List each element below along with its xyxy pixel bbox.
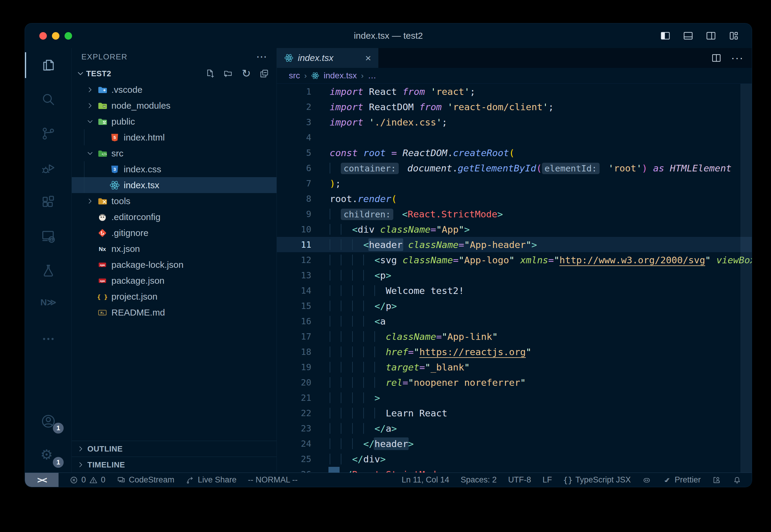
- code-line-13[interactable]: 13 <p>: [277, 268, 752, 283]
- code-line-2[interactable]: 2import ReactDOM from 'react-dom/client'…: [277, 99, 752, 114]
- refresh-icon[interactable]: ↻: [241, 68, 251, 79]
- editor-more-icon[interactable]: ···: [732, 53, 743, 63]
- tree-item--gitignore[interactable]: .gitignore: [72, 225, 277, 241]
- code-line-21[interactable]: 21 >: [277, 390, 752, 405]
- activitybar-remote-explorer[interactable]: [25, 219, 71, 253]
- tree-item-package-json[interactable]: npmpackage.json: [72, 273, 277, 289]
- activitybar-source-control[interactable]: [25, 116, 71, 151]
- activitybar-explorer[interactable]: [25, 48, 71, 82]
- toggle-panel-icon[interactable]: [682, 30, 694, 41]
- titlebar[interactable]: index.tsx — test2: [25, 23, 752, 48]
- status-copilot[interactable]: [642, 476, 651, 485]
- code-line-6[interactable]: 6 container: document.getElementById(ele…: [277, 160, 752, 176]
- close-tab-icon[interactable]: ×: [365, 53, 371, 63]
- toggle-primary-sidebar-icon[interactable]: [659, 30, 671, 41]
- code-line-15[interactable]: 15 </p>: [277, 298, 752, 313]
- code-line-8[interactable]: 8root.render(: [277, 191, 752, 206]
- tree-item-index-html[interactable]: 5index.html: [72, 129, 277, 145]
- code-line-7[interactable]: 7);: [277, 176, 752, 191]
- editor-scrollbar[interactable]: [740, 84, 752, 473]
- code-line-16[interactable]: 16 <a: [277, 313, 752, 329]
- nx-logo-icon: N≫: [41, 297, 56, 313]
- code-line-1[interactable]: 1import React from 'react';: [277, 84, 752, 99]
- tree-item-index-css[interactable]: 3index.css: [72, 161, 277, 177]
- code-line-18[interactable]: 18 href="https://reactjs.org": [277, 344, 752, 359]
- tree-item-package-lock-json[interactable]: npmpackage-lock.json: [72, 257, 277, 273]
- workspace-name: TEST2: [86, 69, 205, 78]
- tree-item-index-tsx[interactable]: index.tsx: [72, 177, 277, 193]
- activitybar-settings[interactable]: ⚙1: [25, 438, 71, 473]
- split-editor-icon[interactable]: [711, 53, 722, 63]
- tree-item--vscode[interactable]: .vscode: [72, 82, 277, 98]
- tree-item-tools[interactable]: tools: [72, 193, 277, 209]
- breadcrumb-item[interactable]: src: [289, 71, 300, 80]
- code-line-5[interactable]: 5const root = ReactDOM.createRoot(: [277, 145, 752, 160]
- activitybar-nx-console[interactable]: N≫: [25, 288, 71, 322]
- status-encoding[interactable]: UTF-8: [508, 475, 531, 485]
- code-line-9[interactable]: 9 children: <React.StrictMode>: [277, 206, 752, 222]
- tree-item-label: index.css: [124, 164, 161, 174]
- markdown-icon: M↓: [97, 307, 108, 318]
- code-line-22[interactable]: 22 Learn React: [277, 405, 752, 421]
- activitybar-extensions[interactable]: [25, 185, 71, 219]
- code-line-17[interactable]: 17 className="App-link": [277, 329, 752, 344]
- collapse-all-icon[interactable]: [259, 68, 269, 79]
- tree-item-nx-json[interactable]: Nxnx.json: [72, 241, 277, 257]
- code-line-4[interactable]: 4: [277, 130, 752, 145]
- status-bar: ><00CodeStreamLive Share-- NORMAL --Ln 1…: [25, 473, 752, 487]
- code-line-23[interactable]: 23 </a>: [277, 421, 752, 436]
- tab-index-tsx[interactable]: index.tsx ×: [277, 48, 379, 68]
- tree-item-readme-md[interactable]: M↓README.md: [72, 304, 277, 320]
- tab-bar: index.tsx × ···: [277, 48, 752, 68]
- status-indentation[interactable]: Spaces: 2: [461, 475, 497, 485]
- code-line-24[interactable]: 24 </header>: [277, 436, 752, 451]
- status-feedback[interactable]: [712, 476, 721, 485]
- breadcrumb-item[interactable]: index.tsx: [324, 71, 357, 80]
- code-line-3[interactable]: 3import './index.css';: [277, 114, 752, 130]
- breadcrumb-separator: ›: [304, 71, 307, 80]
- code-line-14[interactable]: 14 Welcome test2!: [277, 283, 752, 298]
- bell-icon: [733, 476, 742, 485]
- code-line-10[interactable]: 10 <div className="App">: [277, 222, 752, 237]
- tree-item-src[interactable]: </>src: [72, 145, 277, 161]
- code-area[interactable]: 1import React from 'react';2import React…: [277, 84, 752, 473]
- activitybar-testing[interactable]: [25, 253, 71, 288]
- activitybar-accounts[interactable]: 1: [25, 404, 71, 438]
- status-prettier[interactable]: ✓✓Prettier: [663, 475, 701, 485]
- line-number: 26: [277, 469, 311, 473]
- files-icon: [41, 57, 56, 73]
- section-timeline[interactable]: TIMELINE: [72, 457, 277, 473]
- status-notifications[interactable]: [733, 476, 742, 485]
- section-outline[interactable]: OUTLINE: [72, 441, 277, 457]
- breadcrumb-item[interactable]: …: [368, 71, 376, 80]
- toggle-secondary-sidebar-icon[interactable]: [705, 30, 717, 41]
- new-file-icon[interactable]: [205, 68, 215, 79]
- code-line-12[interactable]: 12 <svg className="App-logo" xmlns="http…: [277, 252, 752, 268]
- tree-item-project-json[interactable]: { }project.json: [72, 289, 277, 304]
- status-cursor-position[interactable]: Ln 11, Col 14: [402, 475, 449, 485]
- tree-item--editorconfig[interactable]: .editorconfig: [72, 209, 277, 225]
- tree-item-node-modules[interactable]: JSnode_modules: [72, 98, 277, 113]
- tree-item-label: README.md: [111, 307, 165, 318]
- workspace-section-header[interactable]: TEST2 ↻: [72, 65, 277, 82]
- code-line-11[interactable]: 11 <header className="App-header">: [277, 237, 752, 252]
- customize-layout-icon[interactable]: [728, 30, 740, 41]
- status-live-share[interactable]: Live Share: [186, 475, 237, 485]
- activitybar-additional-views[interactable]: [25, 322, 71, 356]
- status-vim-mode[interactable]: -- NORMAL --: [248, 475, 298, 485]
- status-language-mode[interactable]: {}TypeScript JSX: [563, 475, 631, 485]
- remote-indicator[interactable]: ><: [25, 473, 59, 487]
- activitybar-run-and-debug[interactable]: [25, 151, 71, 185]
- tree-item-public[interactable]: public: [72, 113, 277, 129]
- status-problems[interactable]: 00: [69, 475, 105, 485]
- status-eol[interactable]: LF: [543, 475, 552, 485]
- code-line-25[interactable]: 25 </div>: [277, 451, 752, 467]
- sidebar-more-icon[interactable]: ⋯: [256, 54, 268, 60]
- code-text: rel="noopener noreferrer": [311, 377, 526, 388]
- activitybar-search[interactable]: [25, 82, 71, 116]
- code-line-19[interactable]: 19 target="_blank": [277, 359, 752, 375]
- new-folder-icon[interactable]: [223, 68, 233, 79]
- code-line-26[interactable]: 26 </React.StrictMode>: [277, 467, 752, 473]
- code-line-20[interactable]: 20 rel="noopener noreferrer": [277, 375, 752, 390]
- status-codestream[interactable]: CodeStream: [117, 475, 174, 485]
